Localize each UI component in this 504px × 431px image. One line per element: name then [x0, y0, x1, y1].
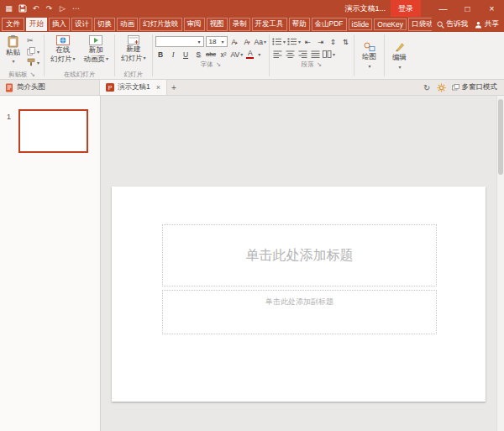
justify-button[interactable]: [310, 49, 321, 60]
character-spacing-dropdown-icon[interactable]: ▾: [240, 51, 243, 57]
font-color-button[interactable]: A: [244, 49, 255, 60]
paste-dropdown-icon[interactable]: ▾: [12, 58, 14, 64]
tell-me-button[interactable]: 告诉我: [437, 19, 469, 29]
text-shadow-button[interactable]: S: [193, 49, 204, 60]
tab-islide[interactable]: iSlide: [349, 18, 373, 30]
cut-button[interactable]: ✂: [25, 35, 41, 45]
font-color-letter: A: [248, 50, 253, 57]
font-dialog-launcher-icon[interactable]: ↘: [216, 60, 221, 68]
document-tab-close-icon[interactable]: ×: [156, 83, 160, 92]
bullet-list-button[interactable]: ▾: [272, 36, 286, 47]
superscript-button[interactable]: x²: [218, 49, 229, 60]
paragraph-dialog-launcher-icon[interactable]: ↘: [317, 60, 322, 68]
numbered-list-dropdown-icon[interactable]: ▾: [298, 39, 301, 45]
slides-label-text: 幻灯片: [124, 71, 144, 79]
tab-animations[interactable]: 动画: [117, 18, 138, 31]
new-document-tab-button[interactable]: +: [167, 83, 181, 92]
font-name-combo[interactable]: ▾: [155, 36, 204, 47]
font-name-dropdown-icon[interactable]: ▾: [198, 39, 201, 45]
align-right-button[interactable]: [297, 49, 308, 60]
tab-insert[interactable]: 插入: [49, 18, 70, 31]
paste-button[interactable]: 粘贴 ▾: [3, 34, 24, 64]
character-spacing-button[interactable]: AV▾: [231, 49, 244, 60]
undo-icon[interactable]: ↶: [29, 2, 42, 15]
align-left-button[interactable]: [272, 49, 283, 60]
settings-gear-icon[interactable]: [437, 83, 446, 92]
align-center-button[interactable]: [285, 49, 296, 60]
line-spacing-button[interactable]: ⇕: [328, 36, 339, 47]
minimize-button[interactable]: —: [431, 0, 455, 17]
italic-button[interactable]: I: [168, 49, 179, 60]
login-button[interactable]: 登录: [391, 0, 421, 17]
new-slide-button[interactable]: 新建 幻灯片▾: [118, 34, 150, 63]
start-slideshow-icon[interactable]: ▷: [56, 2, 69, 15]
increase-font-button[interactable]: A▴: [229, 36, 240, 47]
slide-1-thumbnail[interactable]: [18, 109, 88, 153]
text-direction-button[interactable]: ⇅: [340, 36, 351, 47]
document-tab[interactable]: P 演示文稿1 ×: [100, 80, 167, 95]
tab-onekey[interactable]: OneKey: [374, 18, 407, 30]
bold-button[interactable]: B: [155, 49, 166, 60]
quick-access-toolbar: ▦ ↶ ↷ ▷ ⋯: [0, 2, 82, 15]
increase-arrow-icon: ▴: [235, 39, 238, 45]
workspace-tab[interactable]: 简介头图: [0, 80, 100, 95]
online-slides-dropdown-icon[interactable]: ▾: [73, 56, 76, 63]
slides-group: 新建 幻灯片▾ 幻灯片: [115, 32, 152, 79]
font-size-dropdown-icon[interactable]: ▾: [222, 39, 224, 45]
columns-dropdown-icon[interactable]: ▾: [333, 51, 335, 57]
refresh-icon[interactable]: ↻: [423, 83, 430, 92]
close-button[interactable]: ×: [480, 0, 504, 17]
tab-help[interactable]: 帮助: [289, 18, 310, 31]
tab-file[interactable]: 文件: [2, 18, 24, 31]
underline-button[interactable]: U: [181, 49, 192, 60]
numbered-list-button[interactable]: ▾: [287, 36, 301, 47]
drawing-group-button[interactable]: 绘图 ▾: [354, 32, 384, 79]
maximize-button[interactable]: □: [455, 0, 480, 17]
share-button[interactable]: 共享: [475, 19, 499, 29]
ribbon-tab-row: 文件 开始 插入 设计 切换 动画 幻灯片放映 审阅 视图 录制 开发工具 帮助…: [0, 17, 504, 32]
increase-indent-button[interactable]: ⇥: [315, 36, 326, 47]
format-painter-dropdown-icon[interactable]: ▾: [37, 60, 39, 66]
subtitle-placeholder[interactable]: 单击此处添加副标题: [162, 290, 437, 334]
copy-dropdown-icon[interactable]: ▾: [37, 49, 39, 55]
new-animation-page-button[interactable]: 新加 动画页▾: [81, 34, 113, 64]
save-icon[interactable]: [16, 2, 29, 15]
bullet-list-dropdown-icon[interactable]: ▾: [283, 39, 286, 45]
change-case-dropdown-icon[interactable]: ▾: [264, 39, 266, 45]
tab-slideshow[interactable]: 幻灯片放映: [139, 18, 182, 31]
font-color-dropdown-icon[interactable]: ▾: [258, 51, 260, 57]
title-placeholder[interactable]: 单击此处添加标题: [162, 224, 437, 286]
clipboard-dialog-launcher-icon[interactable]: ↘: [30, 71, 35, 78]
vertical-scrollbar[interactable]: [496, 96, 504, 431]
tab-pocket-animation[interactable]: 口袋动画: [408, 18, 431, 31]
multi-window-mode-button[interactable]: 多窗口模式: [452, 82, 498, 92]
tab-review[interactable]: 审阅: [184, 18, 205, 31]
tab-view[interactable]: 视图: [207, 18, 228, 31]
columns-button[interactable]: ▾: [323, 49, 335, 60]
new-animation-page-dropdown-icon[interactable]: ▾: [106, 56, 108, 63]
new-slide-dropdown-icon[interactable]: ▾: [144, 55, 146, 62]
tab-design[interactable]: 设计: [71, 18, 92, 31]
editing-dropdown-icon[interactable]: ▾: [399, 64, 402, 70]
redo-icon[interactable]: ↷: [43, 2, 55, 15]
tab-transitions[interactable]: 切换: [94, 18, 115, 31]
decrease-font-button[interactable]: A▾: [242, 36, 253, 47]
slide-editing-surface[interactable]: 单击此处添加标题 单击此处添加副标题: [112, 187, 486, 402]
decrease-indent-button[interactable]: ⇤: [302, 36, 313, 47]
online-slides-button[interactable]: 在线 幻灯片▾: [47, 34, 79, 64]
tab-developer[interactable]: 开发工具: [252, 18, 287, 31]
scrollbar-thumb[interactable]: [498, 99, 503, 175]
strikethrough-button[interactable]: abc: [206, 49, 217, 60]
editing-group-button[interactable]: 编辑 ▾: [385, 32, 414, 79]
customize-grid-icon[interactable]: ▦: [3, 2, 15, 15]
copy-button[interactable]: ▾: [25, 46, 41, 56]
quick-access-more-icon[interactable]: ⋯: [70, 2, 82, 15]
slides-group-label: 幻灯片: [118, 70, 150, 79]
change-case-button[interactable]: Aa▾: [255, 36, 266, 47]
format-painter-button[interactable]: ▾: [25, 57, 41, 67]
tab-kingsoft-pdf[interactable]: 金山PDF: [312, 18, 347, 31]
tab-home[interactable]: 开始: [26, 18, 47, 31]
drawing-dropdown-icon[interactable]: ▾: [369, 63, 371, 69]
font-size-combo[interactable]: 18▾: [206, 36, 228, 47]
tab-record[interactable]: 录制: [229, 18, 250, 31]
